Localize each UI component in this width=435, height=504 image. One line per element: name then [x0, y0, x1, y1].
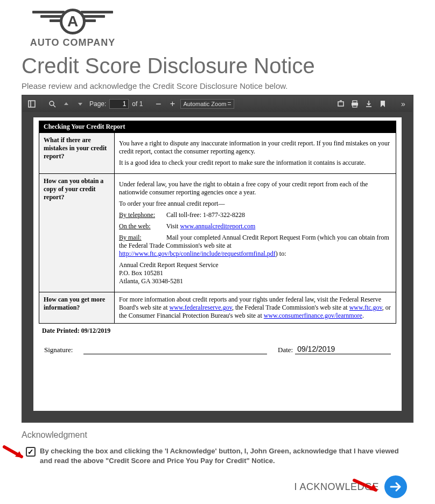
date-line: 09/12/2019 [295, 345, 391, 354]
logo-letter: A [60, 9, 86, 34]
svg-line-3 [53, 105, 55, 107]
pdf-toolbar: Page: of 1 − + Automatic Zoom » [23, 96, 412, 112]
row-content: Under federal law, you have the right to… [115, 174, 396, 292]
row-content: You have a right to dispute any inaccura… [115, 133, 396, 174]
acknowledge-button-label: I ACKNOWLEDGE [294, 481, 379, 493]
download-icon[interactable] [363, 98, 375, 110]
ftc-link[interactable]: www.ftc.gov [349, 304, 382, 311]
section-header: Checking Your Credit Report [39, 121, 396, 133]
presentation-icon[interactable] [335, 98, 347, 110]
pdf-page: Checking Your Credit Report What if ther… [33, 117, 402, 411]
signature-label: Signature: [44, 346, 73, 354]
federalreserve-link[interactable]: www.federalreserve.gov [169, 304, 231, 311]
pdf-viewer: Page: of 1 − + Automatic Zoom » [22, 95, 413, 423]
svg-rect-6 [353, 101, 357, 103]
page-number-input[interactable] [109, 99, 129, 109]
ftc-form-link[interactable]: http://www.ftc.gov/bcp/conline/include/r… [119, 250, 276, 257]
pdf-scroll-area[interactable]: Checking Your Credit Report What if ther… [23, 112, 412, 422]
page-title: Credit Score Disclosure Notice [22, 54, 413, 78]
bookmark-icon[interactable] [377, 98, 389, 110]
page-of-label: of 1 [132, 100, 143, 108]
page-subtitle: Please review and acknowledge the Credit… [22, 81, 413, 90]
logo-company-name: AUTO COMPANY [30, 37, 115, 48]
acknowledgment-text: By checking the box and clicking the 'I … [40, 446, 407, 466]
row-content: For more information about credit report… [115, 292, 396, 324]
cfpb-link[interactable]: www.consumerfinance.gov/learnmore [264, 312, 362, 319]
zoom-in-icon[interactable]: + [166, 98, 178, 110]
print-icon[interactable] [349, 98, 361, 110]
row-label: What if there are mistakes in your credi… [39, 133, 115, 174]
page-label: Page: [89, 100, 106, 108]
zoom-out-icon[interactable]: − [152, 98, 164, 110]
signature-line [83, 345, 267, 354]
svg-rect-4 [338, 102, 343, 106]
arrow-right-icon [389, 480, 403, 494]
annualcreditreport-link[interactable]: www.annualcreditreport.com [180, 222, 255, 230]
acknowledge-button[interactable] [384, 475, 407, 498]
date-label: Date: [278, 346, 293, 354]
svg-point-2 [50, 101, 54, 106]
next-page-icon[interactable] [74, 98, 86, 110]
tools-icon[interactable]: » [397, 98, 409, 110]
svg-rect-8 [353, 105, 357, 107]
acknowledge-checkbox[interactable]: ✓ [26, 447, 36, 457]
sidebar-toggle-icon[interactable] [26, 98, 38, 110]
company-logo: A AUTO COMPANY [22, 6, 124, 48]
prev-page-icon[interactable] [60, 98, 72, 110]
zoom-select[interactable]: Automatic Zoom [180, 99, 234, 109]
search-icon[interactable] [46, 98, 58, 110]
row-label: How can you obtain a copy of your credit… [39, 174, 115, 292]
svg-rect-0 [29, 101, 35, 107]
date-printed: Date Printed: 09/12/2019 [42, 327, 396, 335]
row-label: How can you get more information? [39, 292, 115, 324]
acknowledgment-title: Acknowledgment [22, 430, 407, 440]
